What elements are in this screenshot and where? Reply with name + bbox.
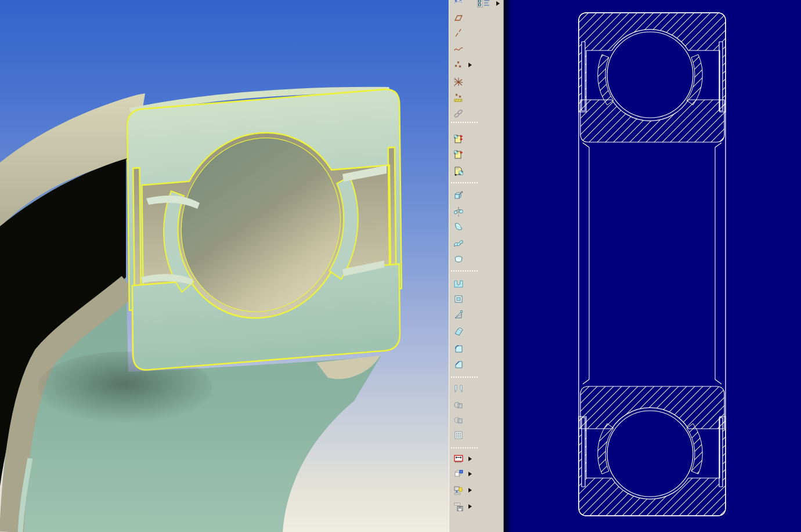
specification-tree-icon[interactable]	[477, 0, 491, 8]
2d-edge-gradient	[504, 0, 512, 532]
split-icon[interactable]	[453, 384, 464, 395]
point-icon[interactable]	[453, 60, 464, 70]
close-surface-icon[interactable]	[453, 327, 464, 337]
2d-drawing-viewport[interactable]	[504, 0, 801, 532]
import-icon[interactable]	[453, 166, 464, 176]
flyout-arrow[interactable]	[468, 457, 472, 461]
svg-text:z: z	[454, 84, 456, 87]
toolbar-separator	[451, 122, 478, 123]
revolve-icon[interactable]	[453, 207, 464, 217]
measure-between-icon[interactable]	[453, 454, 464, 464]
link-icon[interactable]	[453, 108, 464, 119]
toolbar-separator	[451, 377, 478, 378]
3d-viewport[interactable]	[0, 0, 449, 532]
toolbar-separator	[451, 447, 478, 448]
toolbar-separator	[451, 270, 478, 272]
tools-toolbar: yz	[449, 0, 504, 532]
slot-icon[interactable]	[453, 278, 464, 289]
toolbar-separator	[451, 182, 478, 183]
sew-surface-icon[interactable]	[453, 309, 464, 320]
line-icon[interactable]	[453, 28, 464, 38]
section-cut-face[interactable]	[127, 88, 402, 371]
pattern-icon[interactable]	[453, 430, 464, 440]
fill-surface-icon[interactable]	[453, 254, 464, 264]
add-boolean-icon[interactable]	[453, 400, 464, 411]
plane-icon[interactable]	[453, 13, 464, 23]
flyout-arrow[interactable]	[468, 472, 472, 476]
ball-bottom	[607, 411, 693, 497]
flyout-arrow[interactable]	[496, 1, 500, 6]
flyout-arrow[interactable]	[468, 504, 472, 509]
ball-top	[607, 32, 693, 118]
measure-inertia-icon[interactable]	[453, 485, 464, 495]
thick-surface-icon[interactable]	[453, 294, 464, 304]
remove-boolean-icon[interactable]	[453, 415, 464, 426]
fillet-icon[interactable]	[453, 343, 464, 354]
chamfer-icon[interactable]	[453, 359, 464, 370]
paste-with-link-icon[interactable]	[453, 133, 464, 144]
measure-item-icon[interactable]: i	[453, 469, 464, 479]
multi-sections-icon[interactable]	[453, 237, 464, 248]
measure-tools-icon[interactable]	[453, 501, 464, 512]
flyout-arrow[interactable]	[468, 63, 472, 67]
spline-icon[interactable]	[453, 44, 464, 55]
sweep-icon[interactable]	[453, 222, 464, 232]
extrude-icon[interactable]	[453, 190, 464, 201]
paste-special-icon[interactable]	[453, 149, 464, 160]
cad-application-window: yz	[0, 0, 801, 532]
axis-system-icon[interactable]: yz	[453, 77, 464, 87]
flyout-arrow[interactable]	[468, 488, 472, 493]
sketcher-icon[interactable]	[453, 0, 464, 6]
projection-point-icon[interactable]	[453, 93, 464, 103]
